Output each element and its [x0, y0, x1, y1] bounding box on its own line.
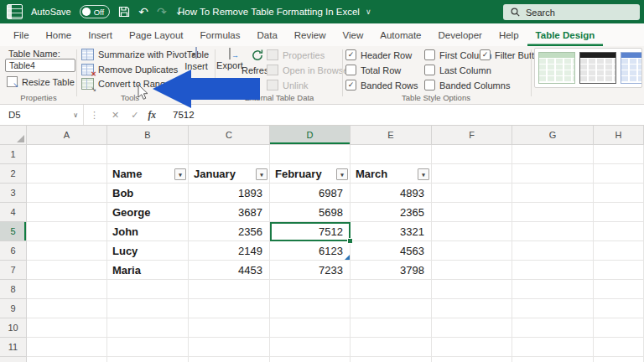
cell-E8[interactable]	[351, 280, 432, 299]
checkbox-last-column[interactable]: Last Column	[424, 65, 491, 75]
remove-duplicates-button[interactable]: Remove Duplicates	[81, 64, 178, 75]
cell-E9[interactable]	[351, 299, 432, 318]
fill-handle[interactable]	[347, 238, 353, 244]
cell-H9[interactable]	[594, 299, 644, 318]
tab-page-layout[interactable]: Page Layout	[121, 23, 192, 46]
cell-E5[interactable]: 3321	[351, 222, 432, 241]
row-header-2[interactable]: 2	[0, 164, 27, 184]
row-header-5[interactable]: 5	[0, 222, 27, 241]
cell-F8[interactable]	[432, 280, 512, 299]
cell-E3[interactable]: 4893	[351, 184, 432, 203]
export-button[interactable]: Export	[216, 49, 243, 70]
checkbox-banded-rows[interactable]: ✓Banded Rows	[345, 80, 418, 90]
row-header-1[interactable]: 1	[0, 145, 27, 164]
cell-C3[interactable]: 1893	[189, 184, 270, 203]
autosave-toggle[interactable]: Off	[80, 5, 111, 18]
filter-button-march[interactable]: ▾	[418, 168, 429, 180]
cell-H11[interactable]	[594, 338, 644, 357]
cell-B4[interactable]: George	[107, 203, 189, 222]
cell-D9[interactable]	[270, 299, 351, 318]
cell-H4[interactable]	[594, 203, 644, 222]
table-style-green[interactable]	[538, 52, 575, 84]
column-header-G[interactable]: G	[512, 126, 594, 145]
tab-file[interactable]: File	[5, 23, 38, 46]
row-header-7[interactable]: 7	[0, 261, 27, 280]
insert-slicer-button[interactable]: Insert	[179, 48, 213, 71]
cell-F5[interactable]	[432, 222, 512, 241]
cell-B7[interactable]: Maria	[107, 261, 189, 280]
cell-G10[interactable]	[512, 318, 594, 338]
excel-app-icon[interactable]	[7, 4, 23, 19]
row-header-3[interactable]: 3	[0, 184, 27, 203]
cell-D12[interactable]	[270, 357, 351, 362]
insert-function-icon[interactable]: fx	[144, 110, 163, 120]
cell-E6[interactable]: 4563	[351, 241, 432, 261]
cell-C9[interactable]	[189, 299, 270, 318]
search-box[interactable]: Search	[503, 4, 640, 20]
cell-C5[interactable]: 2356	[189, 222, 270, 241]
cell-H12[interactable]	[594, 357, 644, 362]
cell-B10[interactable]	[107, 318, 189, 338]
tab-home[interactable]: Home	[38, 23, 80, 46]
cell-D5[interactable]: 7512	[270, 222, 351, 241]
cell-A2[interactable]	[27, 164, 107, 184]
cell-A1[interactable]	[27, 145, 107, 164]
refresh-dropdown-icon[interactable]: ▾	[256, 79, 259, 85]
cell-H7[interactable]	[594, 261, 644, 280]
checkbox-header-row[interactable]: ✓Header Row	[345, 49, 412, 60]
tab-insert[interactable]: Insert	[80, 23, 121, 46]
cell-E11[interactable]	[351, 338, 432, 357]
cell-C6[interactable]: 2149	[189, 241, 270, 261]
row-header-9[interactable]: 9	[0, 299, 27, 318]
row-header-6[interactable]: 6	[0, 241, 27, 261]
column-header-C[interactable]: C	[189, 126, 270, 145]
cell-D6[interactable]: 6123	[270, 241, 351, 261]
cell-H6[interactable]	[594, 241, 644, 261]
enter-icon[interactable]: ✓	[125, 110, 144, 121]
column-header-F[interactable]: F	[432, 126, 512, 145]
cell-B6[interactable]: Lucy	[107, 241, 189, 261]
cell-D1[interactable]	[270, 145, 351, 164]
tab-automate[interactable]: Automate	[371, 23, 429, 46]
row-header-8[interactable]: 8	[0, 280, 27, 299]
filter-button-name[interactable]: ▾	[174, 168, 186, 180]
checkbox-total-row[interactable]: Total Row	[345, 65, 401, 75]
checkbox-banded-columns[interactable]: Banded Columns	[424, 80, 510, 90]
undo-icon[interactable]: ↶	[138, 6, 148, 18]
cell-D2[interactable]: February▾	[270, 164, 351, 184]
cell-F11[interactable]	[432, 338, 512, 357]
cell-B5[interactable]: John	[107, 222, 189, 241]
cell-D4[interactable]: 5698	[270, 203, 351, 222]
cell-F12[interactable]	[432, 357, 512, 362]
cell-E1[interactable]	[351, 145, 432, 164]
table-name-input[interactable]: Table4	[5, 59, 75, 72]
tab-help[interactable]: Help	[491, 23, 527, 46]
cell-A11[interactable]	[27, 338, 107, 357]
cell-G4[interactable]	[512, 203, 594, 222]
cell-G2[interactable]	[512, 164, 594, 184]
cell-E4[interactable]: 2365	[351, 203, 432, 222]
cell-F3[interactable]	[432, 184, 512, 203]
cell-D11[interactable]	[270, 338, 351, 357]
cell-F7[interactable]	[432, 261, 512, 280]
cell-D10[interactable]	[270, 318, 351, 338]
formula-bar-value[interactable]: 7512	[163, 110, 195, 120]
column-header-H[interactable]: H	[594, 126, 644, 145]
cell-G12[interactable]	[512, 357, 594, 362]
cell-C1[interactable]	[189, 145, 270, 164]
cell-C2[interactable]: January▾	[189, 164, 270, 184]
cell-A12[interactable]	[27, 357, 107, 362]
table-style-dark[interactable]	[579, 52, 616, 84]
column-header-D[interactable]: D	[270, 126, 351, 145]
cell-A10[interactable]	[27, 318, 107, 338]
cell-G1[interactable]	[512, 145, 594, 164]
table-style-blue[interactable]	[621, 52, 642, 84]
cancel-icon[interactable]: ✕	[106, 110, 125, 121]
tab-view[interactable]: View	[335, 23, 372, 46]
cell-F9[interactable]	[432, 299, 512, 318]
cell-A8[interactable]	[27, 280, 107, 299]
cell-H8[interactable]	[594, 280, 644, 299]
name-box-dropdown-icon[interactable]: ∨	[73, 111, 78, 119]
cell-H5[interactable]	[594, 222, 644, 241]
cell-D3[interactable]: 6987	[270, 184, 351, 203]
